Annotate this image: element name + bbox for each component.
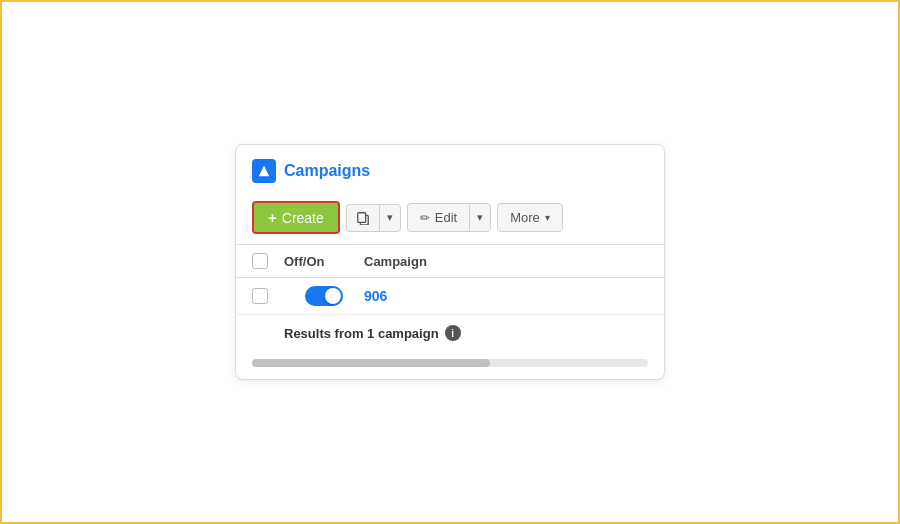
edit-button[interactable]: ✏ Edit [407,203,469,232]
panel-title: Campaigns [284,162,370,180]
info-icon: i [445,325,461,341]
chevron-down-icon: ▾ [387,211,393,223]
plus-icon: + [268,209,277,226]
campaigns-panel: Campaigns + Create ▾ ✏ Edit ▾ [235,144,665,380]
table-row: 906 [236,278,664,315]
copy-button-group: ▾ [346,204,401,232]
edit-dropdown-button[interactable]: ▾ [469,203,491,232]
more-button[interactable]: More ▾ [497,203,563,232]
copy-button[interactable] [346,204,379,232]
table-area: Off/On Campaign 906 Results from 1 campa… [236,244,664,351]
header-check-col [236,253,284,269]
edit-button-group: ✏ Edit ▾ [407,203,491,232]
campaigns-icon [252,159,276,183]
col-campaign-header: Campaign [364,254,664,269]
more-label: More [510,210,540,225]
table-header-row: Off/On Campaign [236,245,664,278]
row-check-col [236,288,284,304]
results-text: Results from 1 campaign [284,326,439,341]
svg-rect-2 [358,212,366,222]
scrollbar-thumb [252,359,490,367]
toolbar: + Create ▾ ✏ Edit ▾ More [236,193,664,244]
more-chevron-icon: ▾ [545,212,550,223]
create-button[interactable]: + Create [252,201,340,234]
horizontal-scrollbar[interactable] [252,359,648,367]
col-offon-header: Off/On [284,254,364,269]
campaign-name-col: 906 [364,288,664,304]
chevron-down-icon-2: ▾ [477,211,483,223]
svg-marker-0 [259,166,270,177]
campaign-link[interactable]: 906 [364,288,387,304]
panel-header: Campaigns [236,145,664,193]
campaign-toggle[interactable] [305,286,343,306]
create-label: Create [282,210,324,226]
pencil-icon: ✏ [420,211,430,225]
row-checkbox[interactable] [252,288,268,304]
results-row: Results from 1 campaign i [236,315,664,351]
toggle-col [284,286,364,306]
select-all-checkbox[interactable] [252,253,268,269]
copy-dropdown-button[interactable]: ▾ [379,204,401,232]
edit-label: Edit [435,210,457,225]
